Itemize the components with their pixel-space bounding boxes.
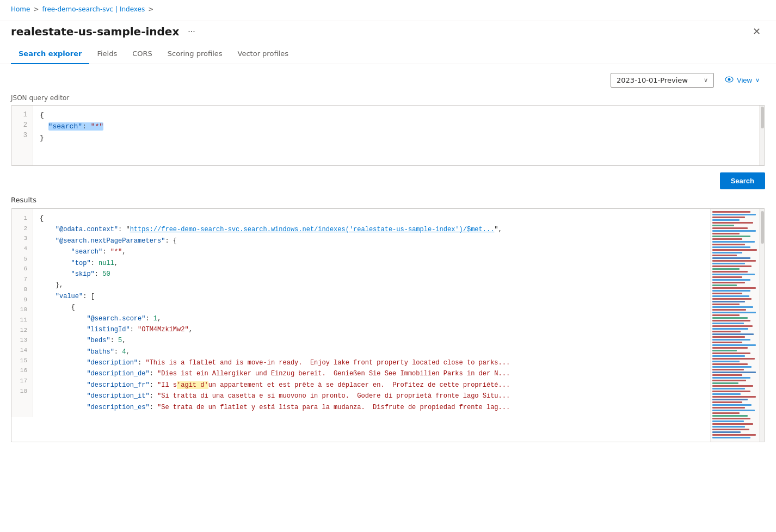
page-title: realestate-us-sample-index [11, 25, 179, 38]
json-query-editor-section: JSON query editor 1 2 3 { "search": "*" … [11, 94, 765, 166]
editor-line-numbers: 1 2 3 [11, 106, 33, 165]
tab-search-explorer[interactable]: Search explorer [11, 44, 89, 64]
editor-label: JSON query editor [11, 94, 765, 102]
eye-icon [725, 76, 734, 84]
results-code-content: { "@odata.context": "https://free-demo-s… [33, 209, 710, 417]
chevron-down-icon: ∨ [704, 77, 708, 84]
search-button-row: Search [11, 172, 765, 189]
breadcrumb-home[interactable]: Home [11, 5, 30, 13]
version-dropdown[interactable]: 2023-10-01-Preview ∨ [611, 73, 714, 88]
results-section: Results 1 2 3 4 5 6 7 8 9 10 11 [11, 196, 765, 442]
breadcrumb-sep1: > [33, 5, 39, 13]
editor-scrollbar[interactable] [759, 106, 765, 165]
tabs-bar: Search explorer Fields CORS Scoring prof… [0, 44, 776, 64]
top-bar: Home > free-demo-search-svc | Indexes > [0, 0, 776, 21]
breadcrumb: Home > free-demo-search-svc | Indexes > [11, 5, 765, 13]
results-line-numbers: 1 2 3 4 5 6 7 8 9 10 11 12 13 14 [11, 209, 33, 417]
more-options-button[interactable]: ··· [184, 26, 198, 38]
breadcrumb-service[interactable]: free-demo-search-svc | Indexes [42, 5, 145, 13]
tab-vector-profiles[interactable]: Vector profiles [230, 44, 296, 64]
results-scrollbar[interactable] [759, 209, 765, 442]
view-chevron-icon: ∨ [755, 77, 760, 84]
json-editor[interactable]: 1 2 3 { "search": "*" } [11, 105, 765, 166]
version-label: 2023-10-01-Preview [617, 76, 688, 84]
toolbar-row: 2023-10-01-Preview ∨ View ∨ [11, 73, 765, 88]
breadcrumb-sep2: > [148, 5, 153, 13]
view-label: View [737, 76, 752, 84]
content-area: 2023-10-01-Preview ∨ View ∨ JSON query e… [0, 64, 776, 451]
results-label: Results [11, 196, 765, 204]
editor-code[interactable]: { "search": "*" } [33, 106, 759, 165]
svg-point-1 [728, 78, 731, 81]
results-minimap [710, 209, 759, 442]
tab-cors[interactable]: CORS [125, 44, 160, 64]
tab-fields[interactable]: Fields [89, 44, 125, 64]
results-editor[interactable]: 1 2 3 4 5 6 7 8 9 10 11 12 13 14 [11, 208, 765, 442]
search-button[interactable]: Search [720, 172, 765, 189]
page-header: realestate-us-sample-index ··· ✕ [0, 21, 776, 40]
tab-scoring-profiles[interactable]: Scoring profiles [160, 44, 230, 64]
close-button[interactable]: ✕ [748, 23, 765, 40]
results-scrollbar-thumb[interactable] [761, 211, 764, 244]
view-button[interactable]: View ∨ [719, 73, 765, 87]
